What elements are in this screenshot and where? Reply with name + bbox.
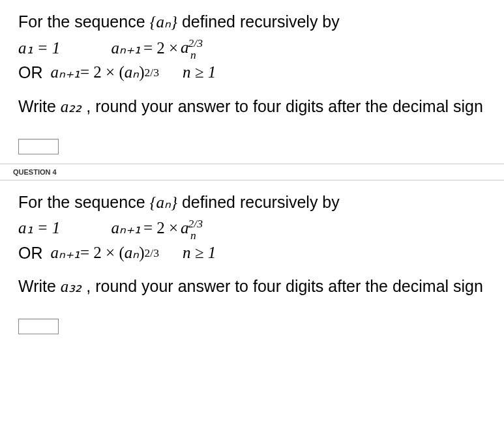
domain-cond: n ≥ 1 — [183, 62, 216, 83]
rec-sub: n — [190, 48, 196, 61]
rec2-inner: aₙ — [125, 62, 140, 83]
text: defined recursively by — [177, 12, 340, 31]
text: Write — [18, 97, 61, 115]
text: For the sequence — [18, 193, 150, 211]
text: Write — [18, 277, 61, 295]
initial-condition: a₁ = 1 — [18, 38, 60, 59]
q4-prompt: Write a₃₂ , round your answer to four di… — [18, 275, 486, 298]
rec2-eq: = 2 × ( — [80, 62, 125, 83]
q3-prompt: Write a₂₂ , round your answer to four di… — [18, 95, 486, 118]
q3-alt-form: OR aₙ₊₁ = 2 × ( aₙ )2/3 n ≥ 1 — [18, 62, 486, 83]
sequence-symbol: {aₙ} — [150, 13, 178, 31]
domain-cond: n ≥ 1 — [183, 242, 216, 264]
rec-eq: = 2 × — [143, 218, 178, 239]
rec-exp: 2/3 — [188, 36, 203, 50]
rec2-inner: aₙ — [125, 242, 140, 264]
q4-recursive-def: a₁ = 1 aₙ₊₁ = 2 × a2/3n — [18, 216, 486, 241]
q4-alt-form: OR aₙ₊₁ = 2 × ( aₙ )2/3 n ≥ 1 — [18, 242, 486, 264]
q3-recursive-def: a₁ = 1 aₙ₊₁ = 2 × a2/3n — [18, 36, 486, 61]
rec-sub: n — [190, 229, 196, 242]
or-text: OR — [18, 242, 43, 264]
rec2-close: ) — [139, 62, 144, 83]
text: , round your answer to four digits after… — [82, 97, 483, 115]
text: For the sequence — [18, 12, 150, 31]
text: , round your answer to four digits after… — [82, 277, 483, 295]
rec2-exp: 2/3 — [145, 246, 159, 261]
rec-lhs: aₙ₊₁ — [111, 218, 141, 239]
text: defined recursively by — [177, 193, 340, 211]
question-4: For the sequence {aₙ} defined recursivel… — [0, 180, 504, 314]
rec-base: a — [181, 219, 189, 237]
target-term: a₂₂ — [61, 98, 82, 115]
question-3: For the sequence {aₙ} defined recursivel… — [0, 0, 504, 134]
sequence-symbol: {aₙ} — [150, 194, 178, 211]
rec2-lhs: aₙ₊₁ — [51, 62, 81, 83]
target-term: a₃₂ — [61, 278, 82, 295]
question-4-header: QUESTION 4 — [0, 164, 504, 180]
initial-condition: a₁ = 1 — [18, 218, 60, 239]
rec-base: a — [181, 38, 189, 56]
rec2-lhs: aₙ₊₁ — [51, 242, 81, 264]
q4-answer-input[interactable] — [18, 319, 59, 334]
q3-answer-input[interactable] — [18, 139, 59, 154]
rec-lhs: aₙ₊₁ — [111, 38, 141, 59]
q3-sequence-intro: For the sequence {aₙ} defined recursivel… — [18, 10, 486, 33]
or-text: OR — [18, 62, 43, 83]
rec-exp: 2/3 — [188, 217, 203, 230]
rec2-exp: 2/3 — [145, 65, 159, 80]
q4-sequence-intro: For the sequence {aₙ} defined recursivel… — [18, 191, 486, 214]
rec2-close: ) — [139, 242, 144, 264]
rec2-eq: = 2 × ( — [80, 242, 125, 264]
rec-eq: = 2 × — [143, 38, 178, 59]
